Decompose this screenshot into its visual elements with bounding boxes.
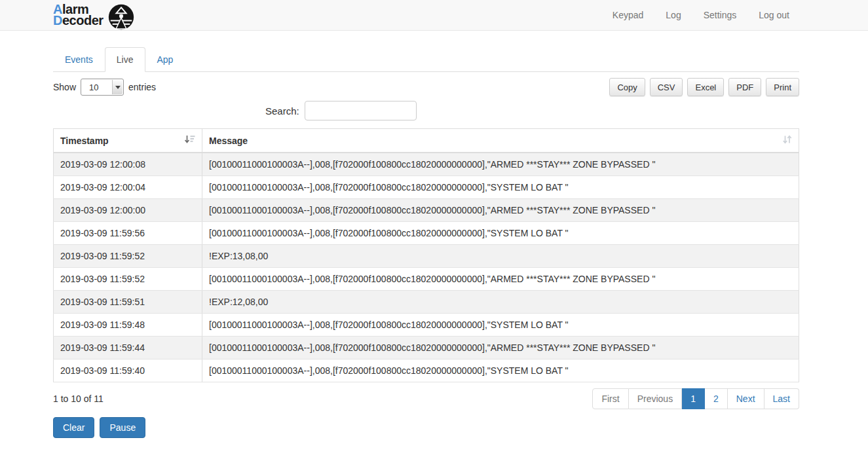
- message-cell: [00100011000100003A--],008,[f702000f1008…: [202, 359, 799, 382]
- pause-button[interactable]: Pause: [100, 417, 145, 438]
- table-row: 2019-03-09 11:59:40[00100011000100003A--…: [54, 359, 799, 382]
- table-row: 2019-03-09 12:00:00[00100011000100003A--…: [54, 199, 799, 222]
- page-button-2[interactable]: 2: [705, 388, 728, 409]
- navbar: Alarm Decoder KeypadLogSettingsLog out: [0, 0, 868, 31]
- top-nav: KeypadLogSettingsLog out: [601, 10, 801, 20]
- main-content: EventsLiveApp Show 10 entries CopyCSVExc…: [0, 31, 868, 438]
- csv-button[interactable]: CSV: [650, 78, 683, 96]
- page-button-next[interactable]: Next: [728, 388, 764, 409]
- page-button-1[interactable]: 1: [682, 388, 705, 409]
- tab-events[interactable]: Events: [53, 47, 105, 72]
- log-table-body: 2019-03-09 12:00:08[00100011000100003A--…: [54, 153, 799, 382]
- timestamp-cell: 2019-03-09 11:59:52: [54, 245, 202, 268]
- sort-desc-icon: [184, 135, 195, 146]
- timestamp-header-label: Timestamp: [60, 136, 109, 146]
- timestamp-cell: 2019-03-09 12:00:08: [54, 153, 202, 176]
- message-cell: !EXP:12,08,00: [202, 291, 799, 314]
- table-row: 2019-03-09 11:59:56[00100011000100003A--…: [54, 222, 799, 245]
- live-log-table: Timestamp Message: [53, 128, 799, 382]
- pagination: FirstPrevious12NextLast: [592, 388, 799, 409]
- tab-live[interactable]: Live: [105, 47, 145, 72]
- entries-label: entries: [128, 82, 156, 92]
- message-cell: [00100011000100003A--],008,[f702000f1008…: [202, 222, 799, 245]
- timestamp-cell: 2019-03-09 11:59:40: [54, 359, 202, 382]
- message-cell: [00100011000100003A--],008,[f702000f1008…: [202, 153, 799, 176]
- page-length-control: Show 10 entries: [53, 79, 156, 96]
- search-label: Search:: [265, 105, 299, 117]
- table-header-row: Timestamp Message: [54, 129, 799, 153]
- message-cell: [00100011000100003A--],008,[f702000f1008…: [202, 268, 799, 291]
- table-row: 2019-03-09 12:00:04[00100011000100003A--…: [54, 176, 799, 199]
- page-button-first: First: [592, 388, 628, 409]
- message-cell: !EXP:13,08,00: [202, 245, 799, 268]
- tab-app[interactable]: App: [145, 47, 185, 72]
- table-row: 2019-03-09 11:59:48[00100011000100003A--…: [54, 314, 799, 337]
- message-cell: [00100011000100003A--],008,[f702000f1008…: [202, 199, 799, 222]
- table-row: 2019-03-09 11:59:44[00100011000100003A--…: [54, 337, 799, 359]
- timestamp-cell: 2019-03-09 12:00:00: [54, 199, 202, 222]
- excel-button[interactable]: Excel: [687, 78, 724, 96]
- tab-bar: EventsLiveApp: [53, 47, 799, 72]
- table-row: 2019-03-09 11:59:52!EXP:13,08,00: [54, 245, 799, 268]
- search-input[interactable]: [305, 101, 417, 120]
- page-button-last[interactable]: Last: [764, 388, 799, 409]
- message-cell: [00100011000100003A--],008,[f702000f1008…: [202, 314, 799, 337]
- column-header-timestamp[interactable]: Timestamp: [54, 129, 202, 153]
- nav-item-log-out[interactable]: Log out: [747, 10, 801, 20]
- sort-unsorted-icon: [782, 135, 792, 146]
- table-row: 2019-03-09 12:00:08[00100011000100003A--…: [54, 153, 799, 176]
- table-footer: 1 to 10 of 11 FirstPrevious12NextLast: [53, 388, 799, 409]
- pdf-button[interactable]: PDF: [728, 78, 761, 96]
- brand-logo[interactable]: Alarm Decoder: [53, 4, 134, 30]
- search-control: Search:: [265, 101, 799, 120]
- copy-button[interactable]: Copy: [609, 78, 645, 96]
- message-header-label: Message: [209, 136, 248, 146]
- message-cell: [00100011000100003A--],008,[f702000f1008…: [202, 337, 799, 359]
- table-row: 2019-03-09 11:59:51!EXP:12,08,00: [54, 291, 799, 314]
- column-header-message[interactable]: Message: [202, 129, 799, 153]
- timestamp-cell: 2019-03-09 11:59:48: [54, 314, 202, 337]
- print-button[interactable]: Print: [766, 78, 799, 96]
- table-controls: Show 10 entries CopyCSVExcelPDFPrint: [53, 78, 799, 96]
- timestamp-cell: 2019-03-09 11:59:51: [54, 291, 202, 314]
- timestamp-cell: 2019-03-09 11:59:56: [54, 222, 202, 245]
- page-length-select[interactable]: 10: [81, 79, 124, 96]
- timestamp-cell: 2019-03-09 11:59:52: [54, 268, 202, 291]
- nav-item-keypad[interactable]: Keypad: [601, 10, 654, 20]
- timestamp-cell: 2019-03-09 12:00:04: [54, 176, 202, 199]
- nav-item-log[interactable]: Log: [654, 10, 692, 20]
- export-buttons: CopyCSVExcelPDFPrint: [605, 78, 799, 96]
- page-button-previous: Previous: [629, 388, 682, 409]
- table-info: 1 to 10 of 11: [53, 394, 104, 404]
- brand-wordmark: Alarm Decoder: [53, 4, 104, 27]
- message-cell: [00100011000100003A--],008,[f702000f1008…: [202, 176, 799, 199]
- clear-button[interactable]: Clear: [53, 417, 94, 438]
- table-row: 2019-03-09 11:59:52[00100011000100003A--…: [54, 268, 799, 291]
- timestamp-cell: 2019-03-09 11:59:44: [54, 337, 202, 359]
- nav-item-settings[interactable]: Settings: [692, 10, 748, 20]
- show-label: Show: [53, 82, 76, 92]
- action-buttons: Clear Pause: [53, 417, 799, 438]
- alarmdecoder-lighthouse-icon: [108, 4, 134, 30]
